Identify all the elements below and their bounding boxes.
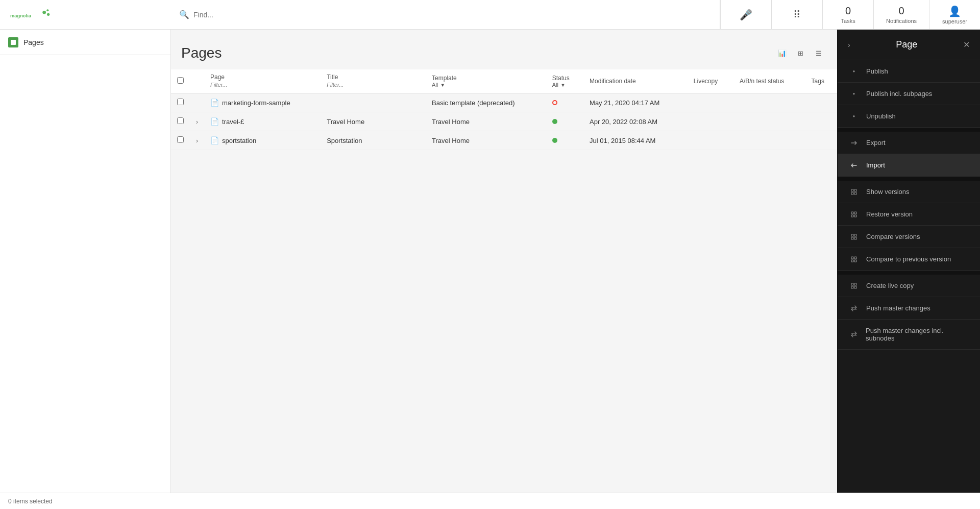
pages-table-body: 📄 marketing-form-sample Basic template (… [171,93,837,150]
search-area[interactable]: 🔍 [171,0,720,29]
svg-rect-8 [854,192,856,195]
page-name: marketing-form-sample [222,99,290,107]
template-col-header: Template All ▼ [426,69,546,93]
panel-section-divider [838,128,980,132]
apps-button[interactable]: ⠿ [771,0,822,29]
template-dropdown-icon[interactable]: ▼ [440,82,445,88]
page-file-icon: 📄 [210,136,219,144]
panel-label-restore-version: Restore version [866,210,913,218]
pages-table: Page Title Template All ▼ [171,69,837,150]
page-file-icon: 📄 [210,99,219,107]
status-col-label: Status [552,75,577,82]
tasks-label: Tasks [841,18,855,24]
page-col-label: Page [210,74,314,81]
panel-close-button[interactable]: ✕ [963,40,970,50]
page-filter-input[interactable] [210,81,314,89]
status-bar: 0 items selected [0,493,980,509]
panel-header: › Page ✕ [838,30,980,60]
table-row[interactable]: 📄 marketing-form-sample Basic template (… [171,93,837,112]
panel-item-import[interactable]: Import [838,154,980,177]
page-header: Pages 📊 ⊞ ☰ [171,30,837,69]
panel-icon-push-master-changes [848,305,860,312]
panel-icon-export [848,139,860,147]
notifications-label: Notifications [886,18,917,24]
panel-item-publish-incl-subpages[interactable]: ● Publish incl. subpages [838,83,980,105]
expand-button[interactable]: › [196,118,198,126]
list-view-button[interactable]: ☰ [811,45,827,61]
panel-label-push-master-changes-subnodes: Push master changes incl. subnodes [866,327,970,342]
panel-item-publish[interactable]: ● Publish [838,60,980,83]
panel-label-export: Export [866,139,886,147]
tasks-button[interactable]: 0 Tasks [822,0,873,29]
modification-date-cell: Apr 20, 2022 02:08 AM [583,112,688,131]
modification-col-label: Modification date [590,78,681,85]
tasks-count: 0 [845,5,851,17]
status-cell [546,93,583,112]
expand-button[interactable]: › [196,137,198,144]
panel-icon-publish: ● [848,69,860,74]
row-checkbox-cell[interactable] [171,131,190,150]
abtest-cell [733,112,805,131]
panel-item-create-live-copy[interactable]: Create live copy [838,275,980,297]
panel-item-compare-previous[interactable]: Compare to previous version [838,248,980,271]
row-checkbox[interactable] [177,99,184,105]
svg-rect-20 [854,260,856,262]
row-checkbox[interactable] [177,136,184,143]
abtest-cell [733,93,805,112]
livecopy-col-header: Livecopy [688,69,733,93]
panel-item-push-master-changes-subnodes[interactable]: Push master changes incl. subnodes [838,320,980,350]
expand-cell[interactable]: › [190,112,204,131]
title-col-header: Title [321,69,426,93]
page-name-cell: 📄 sportstation [204,131,321,150]
main-layout: Pages Pages 📊 ⊞ ☰ [0,30,980,509]
abtest-cell [733,131,805,150]
table-row[interactable]: › 📄 sportstation Sportstation Travel Hom… [171,131,837,150]
grid-view-button[interactable]: ⊞ [792,45,808,61]
svg-rect-6 [854,189,856,191]
panel-item-restore-version[interactable]: Restore version [838,203,980,226]
panel-expand-button[interactable]: › [848,41,850,49]
tags-cell [805,93,837,112]
status-dropdown-icon[interactable]: ▼ [560,82,566,88]
panel-item-compare-versions[interactable]: Compare versions [838,226,980,248]
template-col-label: Template [432,75,540,82]
notifications-button[interactable]: 0 Notifications [873,0,929,29]
panel-icon-compare-versions [848,233,860,240]
status-text: 0 items selected [8,498,53,505]
row-checkbox-cell[interactable] [171,93,190,112]
microphone-button[interactable]: 🎤 [720,0,771,29]
svg-rect-22 [854,283,856,285]
panel-icon-restore-version [848,211,860,218]
svg-rect-10 [854,212,856,214]
user-button[interactable]: 👤 superuser [929,0,980,29]
status-inactive-dot [552,100,557,105]
select-all-checkbox[interactable] [177,77,184,84]
row-checkbox-cell[interactable] [171,112,190,131]
nav-actions: 🎤 ⠿ 0 Tasks 0 Notifications 👤 superuser [720,0,980,29]
chart-view-button[interactable]: 📊 [774,45,790,61]
livecopy-cell [688,93,733,112]
panel-label-compare-previous: Compare to previous version [866,255,951,263]
expand-cell[interactable]: › [190,131,204,150]
search-input[interactable] [193,11,712,19]
pages-icon [8,37,18,47]
panel-item-export[interactable]: Export [838,132,980,154]
sidebar-title: Pages [23,38,44,46]
svg-point-1 [42,11,46,14]
panel-item-unpublish[interactable]: ● Unpublish [838,105,980,128]
panel-label-compare-versions: Compare versions [866,233,920,240]
panel-label-create-live-copy: Create live copy [866,282,914,289]
select-all-header[interactable] [171,69,190,93]
svg-rect-4 [11,40,16,45]
title-filter-input[interactable] [327,81,420,89]
panel-icon-push-master-changes-subnodes [848,331,860,338]
abtest-col-label: A/B/n test status [740,78,799,85]
panel-item-push-master-changes[interactable]: Push master changes [838,297,980,320]
template-cell: Travel Home [426,112,546,131]
table-row[interactable]: › 📄 travel-£ Travel Home Travel Home Apr… [171,112,837,131]
panel-item-show-versions[interactable]: Show versions [838,181,980,203]
page-file-icon: 📄 [210,117,219,126]
svg-rect-17 [851,257,853,259]
row-checkbox[interactable] [177,117,184,124]
modification-col-header: Modification date [583,69,688,93]
